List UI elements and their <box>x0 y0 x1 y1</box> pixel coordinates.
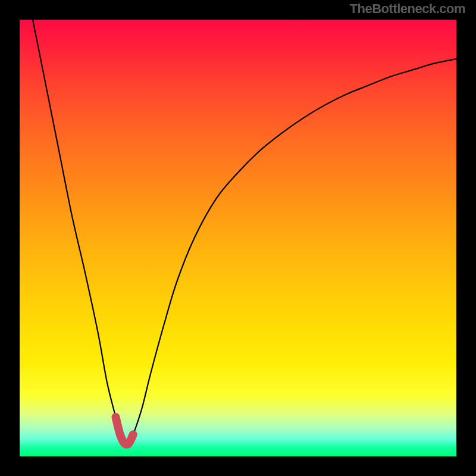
chart-frame: TheBottleneck.com <box>0 0 476 476</box>
chart-svg <box>20 20 456 456</box>
plot-area <box>20 20 456 456</box>
watermark-text: TheBottleneck.com <box>350 1 465 17</box>
highlighted-minimum-marker <box>115 417 133 444</box>
bottleneck-curve <box>33 20 456 444</box>
